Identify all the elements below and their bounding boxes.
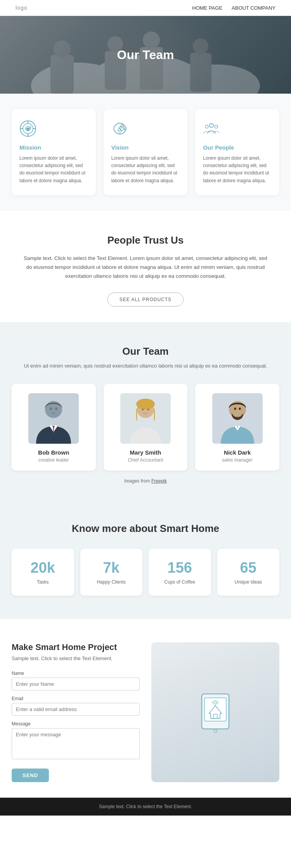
- stat-ideas-label: Unique Ideas: [223, 579, 274, 585]
- feature-cards-section: Mission Lorem ipsum dolor sit amet, cons…: [0, 94, 291, 211]
- svg-rect-3: [50, 55, 74, 94]
- svg-point-10: [193, 38, 208, 54]
- stat-ideas-number: 65: [223, 559, 274, 576]
- send-button[interactable]: SEND: [12, 769, 49, 782]
- our-people-card: Our People Lorem ipsum dolor sit amet, c…: [195, 109, 279, 195]
- stat-coffee: 156 Cups of Coffee: [149, 549, 211, 596]
- svg-point-40: [215, 704, 216, 706]
- footer: Sample text. Click to select the Text El…: [0, 798, 291, 816]
- form-group-message: Message: [12, 721, 140, 761]
- name-label: Name: [12, 671, 140, 676]
- message-input[interactable]: [12, 728, 140, 759]
- smart-home-image: [151, 642, 279, 782]
- hero-title: Our Team: [117, 48, 174, 62]
- vision-card: Vision Lorem ipsum dolor sit amet, conse…: [104, 109, 188, 195]
- our-people-text: Lorem ipsum dolor sit amet, consectetur …: [203, 155, 272, 185]
- member-bob-role: creative leader: [19, 457, 88, 463]
- our-people-icon: [203, 120, 272, 139]
- svg-point-38: [214, 729, 217, 732]
- nav-about[interactable]: ABOUT COMPANY: [232, 5, 275, 11]
- freepik-note: Images from Freepik: [12, 478, 279, 484]
- message-label: Message: [12, 721, 140, 727]
- svg-point-19: [121, 126, 123, 128]
- svg-rect-9: [190, 53, 211, 92]
- trust-section: People Trust Us Sample text. Click to se…: [0, 211, 291, 322]
- member-nick-role: sales manager: [203, 457, 272, 463]
- member-bob-name: Bob Brown: [19, 449, 88, 456]
- vision-icon: [111, 120, 180, 139]
- svg-point-26: [55, 408, 57, 410]
- contact-image-area: [151, 642, 279, 782]
- stats-heading: Know more about Smart Home: [12, 523, 279, 535]
- vision-title: Vision: [111, 144, 180, 151]
- team-section: Our Team Ut enim ad minim veniam, quis n…: [0, 322, 291, 500]
- contact-form-area: Make Smart Home Project Sample text. Cli…: [12, 642, 140, 782]
- name-input[interactable]: [12, 678, 140, 690]
- contact-subtext: Sample text. Click to select the Text El…: [12, 655, 140, 661]
- trust-body: Sample text. Click to select the Text El…: [23, 254, 268, 281]
- svg-point-22: [215, 125, 218, 128]
- stat-clients-number: 7k: [87, 559, 137, 576]
- stat-tasks-label: Tasks: [18, 579, 68, 585]
- stat-clients: 7k Happy Clients: [80, 549, 143, 596]
- email-input[interactable]: [12, 703, 140, 716]
- navbar: logo HOME PAGE ABOUT COMPANY: [0, 0, 291, 16]
- stat-tasks-number: 20k: [18, 559, 68, 576]
- stat-coffee-number: 156: [155, 559, 205, 576]
- stat-tasks: 20k Tasks: [12, 549, 74, 596]
- trust-heading: People Trust Us: [23, 234, 268, 246]
- avatar-nick: [212, 393, 263, 444]
- nav-home[interactable]: HOME PAGE: [192, 5, 222, 11]
- svg-point-31: [147, 408, 149, 411]
- team-card-bob: Bob Brown creative leader: [12, 384, 96, 471]
- svg-point-8: [143, 31, 160, 49]
- freepik-link[interactable]: Freepik: [151, 478, 167, 484]
- svg-point-4: [54, 40, 71, 58]
- avatar-bob: [28, 393, 79, 444]
- svg-point-30: [142, 408, 144, 411]
- feature-cards-row: Mission Lorem ipsum dolor sit amet, cons…: [12, 109, 279, 195]
- see-all-products-button[interactable]: SEE ALL PRODUCTS: [107, 293, 184, 307]
- stats-row: 20k Tasks 7k Happy Clients 156 Cups of C…: [12, 549, 279, 596]
- footer-text: Sample text. Click to select the Text El…: [99, 804, 192, 809]
- svg-point-21: [205, 125, 208, 128]
- stat-ideas: 65 Unique Ideas: [217, 549, 280, 596]
- team-card-mary: Mary Smith Chief Accountant: [104, 384, 188, 471]
- contact-section: Make Smart Home Project Sample text. Cli…: [0, 619, 291, 798]
- team-card-nick: Nick Dark sales manager: [195, 384, 279, 471]
- team-subtext: Ut enim ad minim veniam, quis nostrud ex…: [12, 362, 279, 370]
- stat-clients-label: Happy Clients: [87, 579, 137, 585]
- avatar-mary: [120, 393, 171, 444]
- hero-section: Our Team: [0, 16, 291, 94]
- contact-heading: Make Smart Home Project: [12, 642, 140, 652]
- email-label: Email: [12, 696, 140, 701]
- mission-icon: [19, 120, 88, 139]
- svg-point-29: [136, 399, 155, 410]
- form-group-email: Email: [12, 696, 140, 716]
- svg-point-34: [234, 408, 236, 410]
- svg-point-25: [50, 408, 52, 410]
- svg-rect-37: [204, 698, 226, 721]
- svg-point-20: [210, 124, 213, 127]
- logo: logo: [16, 5, 27, 11]
- smart-home-icon: [192, 688, 239, 736]
- form-group-name: Name: [12, 671, 140, 690]
- mission-text: Lorem ipsum dolor sit amet, consectetur …: [19, 155, 88, 185]
- vision-text: Lorem ipsum dolor sit amet, consectetur …: [111, 155, 180, 185]
- mission-card: Mission Lorem ipsum dolor sit amet, cons…: [12, 109, 96, 195]
- member-nick-name: Nick Dark: [203, 449, 272, 456]
- svg-point-35: [239, 408, 241, 410]
- team-cards-row: Bob Brown creative leader: [12, 384, 279, 471]
- team-heading: Our Team: [12, 345, 279, 357]
- stat-coffee-label: Cups of Coffee: [155, 579, 205, 585]
- our-people-title: Our People: [203, 144, 272, 151]
- member-mary-role: Chief Accountant: [111, 457, 180, 463]
- mission-title: Mission: [19, 144, 88, 151]
- member-mary-name: Mary Smith: [111, 449, 180, 456]
- stats-section: Know more about Smart Home 20k Tasks 7k …: [0, 499, 291, 619]
- nav-links: HOME PAGE ABOUT COMPANY: [192, 5, 275, 11]
